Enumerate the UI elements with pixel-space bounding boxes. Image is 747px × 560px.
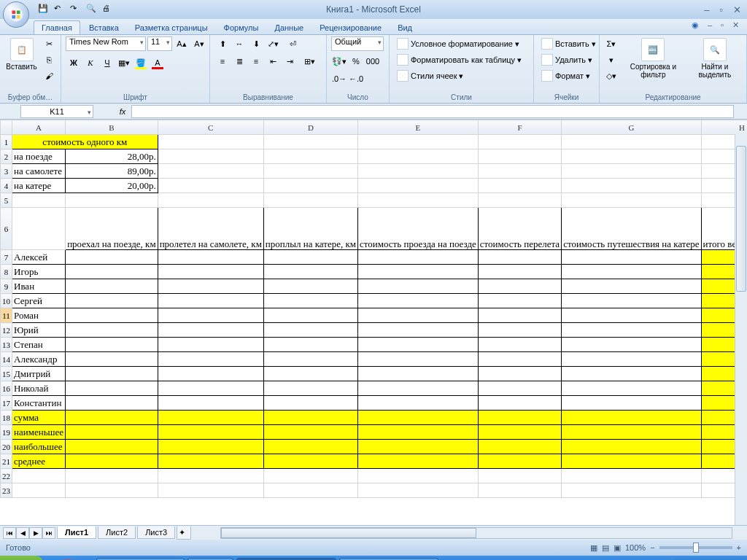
first-sheet-icon[interactable]: ⏮ bbox=[3, 527, 16, 539]
cell-C20[interactable] bbox=[158, 440, 263, 454]
cell-E10[interactable] bbox=[358, 294, 479, 308]
cell-D18[interactable] bbox=[263, 411, 357, 425]
cut-icon[interactable]: ✂ bbox=[42, 36, 56, 51]
cell-D9[interactable] bbox=[263, 279, 357, 294]
cell-D6[interactable]: проплыл на катере, км bbox=[263, 208, 357, 250]
cell-F18[interactable] bbox=[478, 411, 561, 425]
cell-B10[interactable] bbox=[66, 294, 158, 308]
ribbon-close-icon[interactable]: ✕ bbox=[730, 20, 741, 30]
cell-B22[interactable] bbox=[66, 469, 158, 483]
cell-E14[interactable] bbox=[358, 352, 479, 367]
cell-B4[interactable]: 20,00р. bbox=[66, 179, 158, 193]
cell-B12[interactable] bbox=[66, 323, 158, 338]
sheet-tab-1[interactable]: Лист1 bbox=[57, 526, 96, 539]
cell-A16[interactable]: Николай bbox=[12, 381, 66, 396]
cell-D21[interactable] bbox=[263, 454, 357, 469]
cell-E5[interactable] bbox=[358, 193, 479, 208]
row-header-17[interactable]: 17 bbox=[1, 396, 12, 411]
cell-F11[interactable] bbox=[478, 308, 561, 323]
sort-filter-button[interactable]: 🔤 Сортировка и фильтр bbox=[622, 36, 685, 80]
undo-icon[interactable]: ↶ bbox=[54, 4, 66, 15]
row-header-19[interactable]: 19 bbox=[1, 425, 12, 440]
cell-F15[interactable] bbox=[478, 367, 561, 381]
cell-E2[interactable] bbox=[358, 149, 479, 164]
cell-A14[interactable]: Александр bbox=[12, 352, 66, 367]
cell-C22[interactable] bbox=[158, 469, 263, 483]
conditional-format-button[interactable]: Условное форматирование▾ bbox=[394, 36, 522, 51]
col-header-C[interactable]: C bbox=[158, 120, 263, 135]
row-header-5[interactable]: 5 bbox=[1, 193, 12, 208]
cell-C23[interactable] bbox=[158, 483, 263, 498]
row-header-20[interactable]: 20 bbox=[1, 440, 12, 454]
cell-B21[interactable] bbox=[66, 454, 158, 469]
autosum-icon[interactable]: Σ▾ bbox=[604, 36, 619, 51]
cell-A9[interactable]: Иван bbox=[12, 279, 66, 294]
cell-A15[interactable]: Дмитрий bbox=[12, 367, 66, 381]
formula-bar[interactable] bbox=[131, 105, 734, 118]
cell-A21[interactable]: среднее bbox=[12, 454, 66, 469]
font-color-button[interactable]: A bbox=[150, 55, 166, 70]
cell-F8[interactable] bbox=[478, 265, 561, 279]
cell-E13[interactable] bbox=[358, 338, 479, 352]
cell-E7[interactable] bbox=[358, 250, 479, 265]
cell-A18[interactable]: сумма bbox=[12, 411, 66, 425]
cell-D1[interactable] bbox=[263, 135, 357, 149]
cell-E21[interactable] bbox=[358, 454, 479, 469]
cell-F13[interactable] bbox=[478, 338, 561, 352]
cell-C21[interactable] bbox=[158, 454, 263, 469]
cell-B15[interactable] bbox=[66, 367, 158, 381]
cell-A22[interactable] bbox=[12, 469, 66, 483]
cell-E9[interactable] bbox=[358, 279, 479, 294]
font-name-combo[interactable]: Times New Rom bbox=[66, 36, 146, 51]
clear-icon[interactable]: ◇▾ bbox=[604, 69, 619, 83]
help-icon[interactable]: ◉ bbox=[689, 20, 701, 30]
cell-C2[interactable] bbox=[158, 149, 263, 164]
cell-D4[interactable] bbox=[263, 179, 357, 193]
cell-D17[interactable] bbox=[263, 396, 357, 411]
decrease-decimal-icon[interactable]: ←.0 bbox=[348, 71, 364, 86]
cell-B9[interactable] bbox=[66, 279, 158, 294]
print-preview-icon[interactable]: 🔍 bbox=[86, 4, 98, 15]
cell-F14[interactable] bbox=[478, 352, 561, 367]
cell-D7[interactable] bbox=[263, 250, 357, 265]
next-sheet-icon[interactable]: ▶ bbox=[29, 527, 42, 539]
cell-E8[interactable] bbox=[358, 265, 479, 279]
cell-A8[interactable]: Игорь bbox=[12, 265, 66, 279]
align-bottom-icon[interactable]: ⬇ bbox=[248, 36, 264, 51]
cell-B11[interactable] bbox=[66, 308, 158, 323]
last-sheet-icon[interactable]: ⏭ bbox=[42, 527, 55, 539]
cell-B5[interactable] bbox=[66, 193, 158, 208]
tab-insert[interactable]: Вставка bbox=[82, 21, 126, 34]
insert-cells-button[interactable]: Вставить▾ bbox=[538, 36, 599, 51]
cell-F1[interactable] bbox=[478, 135, 561, 149]
sheet-tab-2[interactable]: Лист2 bbox=[98, 526, 136, 539]
cell-F3[interactable] bbox=[478, 164, 561, 179]
cell-E4[interactable] bbox=[358, 179, 479, 193]
italic-button[interactable]: К bbox=[82, 55, 98, 70]
cell-E3[interactable] bbox=[358, 164, 479, 179]
cell-B19[interactable] bbox=[66, 425, 158, 440]
cell-C13[interactable] bbox=[158, 338, 263, 352]
row-header-3[interactable]: 3 bbox=[1, 164, 12, 179]
format-painter-icon[interactable]: 🖌 bbox=[42, 69, 56, 83]
cell-G1[interactable] bbox=[562, 135, 701, 149]
cell-F4[interactable] bbox=[478, 179, 561, 193]
cell-C16[interactable] bbox=[158, 381, 263, 396]
cell-C19[interactable] bbox=[158, 425, 263, 440]
ribbon-minimize-icon[interactable]: – bbox=[705, 20, 714, 30]
currency-icon[interactable]: 💱▾ bbox=[331, 54, 347, 69]
tab-data[interactable]: Данные bbox=[267, 21, 311, 34]
view-normal-icon[interactable]: ▦ bbox=[590, 543, 597, 553]
cell-B17[interactable] bbox=[66, 396, 158, 411]
cell-C4[interactable] bbox=[158, 179, 263, 193]
row-header-7[interactable]: 7 bbox=[1, 250, 12, 265]
row-header-22[interactable]: 22 bbox=[1, 469, 12, 483]
horizontal-scrollbar[interactable] bbox=[220, 527, 732, 539]
row-header-13[interactable]: 13 bbox=[1, 338, 12, 352]
font-size-combo[interactable]: 11 bbox=[147, 36, 172, 51]
cell-G16[interactable] bbox=[562, 381, 701, 396]
comma-icon[interactable]: 000 bbox=[365, 54, 381, 69]
row-header-8[interactable]: 8 bbox=[1, 265, 12, 279]
prev-sheet-icon[interactable]: ◀ bbox=[16, 527, 29, 539]
row-header-21[interactable]: 21 bbox=[1, 454, 12, 469]
